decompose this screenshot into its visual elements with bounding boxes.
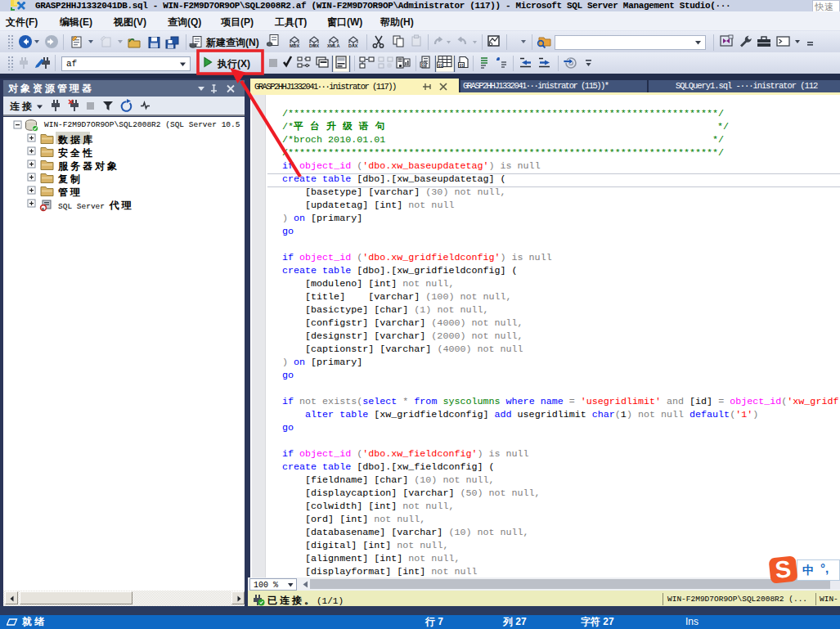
- svg-text:DMX: DMX: [309, 43, 319, 48]
- svg-text:XMLA: XMLA: [327, 43, 339, 48]
- svg-text:01: 01: [460, 63, 465, 68]
- svg-text:01: 01: [438, 63, 443, 68]
- svg-text:DAX: DAX: [348, 43, 358, 48]
- svg-text:MDX: MDX: [290, 43, 299, 48]
- svg-text:01: 01: [421, 62, 426, 67]
